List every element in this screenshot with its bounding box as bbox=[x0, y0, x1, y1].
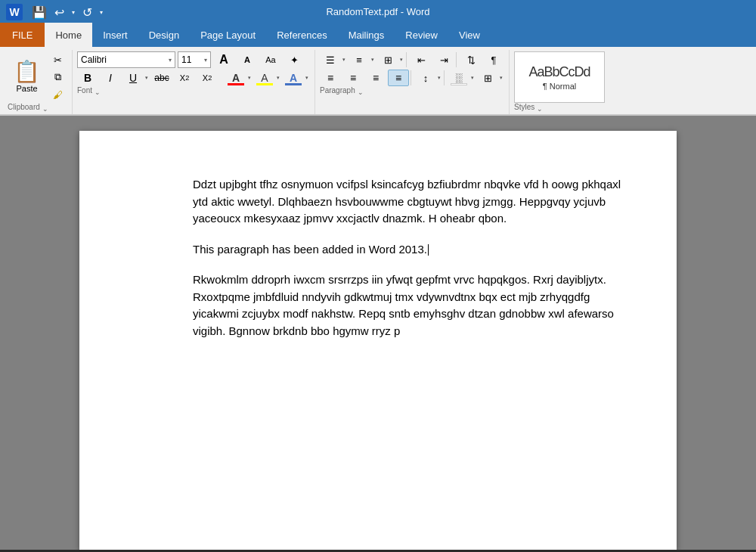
numbering-dropdown[interactable]: ▾ bbox=[370, 51, 376, 68]
paragraph-group-content: ☰ ▾ ≡ ▾ ⊞ ▾ ⇤ ⇥ ⇅ ¶ bbox=[320, 51, 504, 86]
font-color-icon: A bbox=[232, 72, 240, 84]
font-size-arrow: ▾ bbox=[204, 57, 207, 64]
format-painter-button[interactable]: 🖌 bbox=[48, 86, 67, 103]
clipboard-expand-button[interactable]: ⌄ bbox=[40, 104, 51, 113]
show-formatting-button[interactable]: ¶ bbox=[483, 51, 504, 68]
highlight-dropdown[interactable]: ▾ bbox=[275, 70, 281, 86]
tab-review[interactable]: Review bbox=[395, 23, 448, 47]
change-case-button[interactable]: Aa bbox=[260, 51, 281, 68]
tab-pagelayout[interactable]: Page Layout bbox=[190, 23, 266, 47]
line-spacing-dropdown[interactable]: ▾ bbox=[436, 70, 442, 86]
para-row-2: ≡ ≡ ≡ ≡ ↕ ▾ ░ ▾ bbox=[320, 70, 504, 86]
borders-dropdown[interactable]: ▾ bbox=[498, 70, 504, 86]
font-expand-button[interactable]: ⌄ bbox=[92, 88, 103, 97]
font-name-row: Calibri ▾ 11 ▾ A A Aa ✦ bbox=[77, 51, 310, 68]
multilevel-button[interactable]: ⊞ bbox=[377, 51, 398, 68]
shading-button[interactable]: ░ bbox=[448, 70, 469, 86]
copy-icon: ⧉ bbox=[54, 71, 61, 83]
styles-group-content: AaBbCcDd ¶ Normal bbox=[514, 51, 605, 103]
tab-insert[interactable]: Insert bbox=[92, 23, 138, 47]
paragraph-group: ☰ ▾ ≡ ▾ ⊞ ▾ ⇤ ⇥ ⇅ ¶ bbox=[315, 50, 510, 114]
clipboard-group: 📋 Paste ✂ ⧉ 🖌 Clipboard ⌄ bbox=[3, 50, 73, 114]
borders-button[interactable]: ⊞ bbox=[477, 70, 498, 86]
clipboard-small-buttons: ✂ ⧉ 🖌 bbox=[48, 51, 67, 103]
shading-dropdown[interactable]: ▾ bbox=[469, 70, 476, 86]
copy-button[interactable]: ⧉ bbox=[48, 69, 67, 85]
underline-dropdown[interactable]: ▾ bbox=[144, 70, 150, 86]
bullets-button[interactable]: ☰ bbox=[320, 51, 341, 68]
highlight-button[interactable]: A bbox=[254, 70, 275, 86]
text-effect-button[interactable]: A bbox=[283, 70, 304, 86]
text-effect-button-group: A ▾ bbox=[283, 70, 310, 86]
text-effect-bar bbox=[285, 83, 302, 85]
align-center-button[interactable]: ≡ bbox=[342, 70, 364, 86]
tab-references[interactable]: References bbox=[266, 23, 337, 47]
styles-preview-text: AaBbCcDd bbox=[528, 64, 590, 80]
line-spacing-button[interactable]: ↕ bbox=[415, 70, 436, 86]
highlight-color-bar bbox=[256, 83, 273, 85]
save-button[interactable]: 💾 bbox=[29, 4, 50, 21]
font-color-button[interactable]: A bbox=[225, 70, 246, 86]
highlight-icon: A bbox=[261, 72, 268, 84]
text-effect-icon: A bbox=[290, 72, 297, 84]
paragraph-2: This paragraph has been added in Word 20… bbox=[193, 241, 631, 259]
text-cursor bbox=[428, 244, 429, 256]
font-grow-button[interactable]: A bbox=[213, 51, 234, 68]
tab-file[interactable]: FILE bbox=[0, 23, 45, 47]
tab-home[interactable]: Home bbox=[45, 23, 92, 47]
font-color-bar bbox=[228, 83, 244, 85]
paste-button[interactable]: 📋 Paste bbox=[8, 53, 46, 101]
font-name-value: Calibri bbox=[81, 54, 107, 65]
styles-normal-button[interactable]: AaBbCcDd ¶ Normal bbox=[514, 51, 605, 103]
clear-formatting-button[interactable]: ✦ bbox=[284, 51, 305, 68]
indent-increase-button[interactable]: ⇥ bbox=[433, 51, 454, 68]
multilevel-dropdown[interactable]: ▾ bbox=[398, 51, 404, 68]
customize-quick-access-button[interactable]: ▾ bbox=[97, 8, 106, 17]
tab-design[interactable]: Design bbox=[138, 23, 190, 47]
undo-dropdown-button[interactable]: ▾ bbox=[69, 8, 78, 17]
font-name-dropdown[interactable]: Calibri ▾ bbox=[77, 51, 175, 68]
italic-button[interactable]: I bbox=[100, 70, 121, 86]
text-effect-dropdown[interactable]: ▾ bbox=[304, 70, 310, 86]
font-group-content: Calibri ▾ 11 ▾ A A Aa ✦ B I bbox=[77, 51, 310, 86]
tab-strip: FILE Home Insert Design Page Layout Refe… bbox=[0, 23, 756, 47]
title-bar: W 💾 ↩ ▾ ↺ ▾ RandomText.pdf - Word bbox=[0, 0, 756, 23]
align-right-button[interactable]: ≡ bbox=[365, 70, 386, 86]
shading-bar bbox=[451, 83, 467, 85]
document-page[interactable]: Ddzt upjbght tfhz osnymuon vcifpsl ksinc… bbox=[79, 131, 677, 550]
font-color-dropdown[interactable]: ▾ bbox=[246, 70, 253, 86]
tab-view[interactable]: View bbox=[448, 23, 491, 47]
ribbon: FILE Home Insert Design Page Layout Refe… bbox=[0, 23, 756, 116]
bold-button[interactable]: B bbox=[77, 70, 98, 86]
subscript-button[interactable]: X2 bbox=[174, 70, 195, 86]
align-justify-button[interactable]: ≡ bbox=[388, 70, 409, 86]
superscript-button[interactable]: X2 bbox=[197, 70, 218, 86]
quick-access-toolbar: 💾 ↩ ▾ ↺ ▾ bbox=[29, 4, 106, 21]
font-size-dropdown[interactable]: 11 ▾ bbox=[178, 51, 211, 68]
tab-mailings[interactable]: Mailings bbox=[338, 23, 395, 47]
numbering-button[interactable]: ≡ bbox=[349, 51, 370, 68]
underline-button[interactable]: U bbox=[122, 70, 144, 86]
redo-button[interactable]: ↺ bbox=[79, 4, 95, 21]
font-color-button-group: A ▾ bbox=[225, 70, 253, 86]
align-left-button[interactable]: ≡ bbox=[320, 70, 341, 86]
cut-button[interactable]: ✂ bbox=[48, 51, 67, 68]
styles-normal-label: ¶ Normal bbox=[543, 82, 576, 91]
indent-decrease-button[interactable]: ⇤ bbox=[411, 51, 432, 68]
font-format-row: B I U ▾ abc X2 X2 A bbox=[77, 70, 310, 86]
font-shrink-button[interactable]: A bbox=[237, 51, 258, 68]
underline-button-group: U ▾ bbox=[122, 70, 150, 86]
font-label: Font bbox=[77, 86, 92, 97]
paragraph-expand-button[interactable]: ⌄ bbox=[355, 88, 366, 97]
numbering-button-group: ≡ ▾ bbox=[349, 51, 376, 68]
sort-button[interactable]: ⇅ bbox=[460, 51, 482, 68]
bullets-dropdown[interactable]: ▾ bbox=[341, 51, 347, 68]
highlight-button-group: A ▾ bbox=[254, 70, 281, 86]
document-area[interactable]: Ddzt upjbght tfhz osnymuon vcifpsl ksinc… bbox=[0, 116, 756, 550]
paste-icon: 📋 bbox=[14, 61, 40, 82]
strikethrough-button[interactable]: abc bbox=[151, 70, 172, 86]
undo-button[interactable]: ↩ bbox=[51, 4, 67, 21]
font-name-arrow: ▾ bbox=[169, 57, 172, 64]
format-painter-icon: 🖌 bbox=[53, 89, 63, 101]
styles-expand-button[interactable]: ⌄ bbox=[534, 104, 545, 113]
